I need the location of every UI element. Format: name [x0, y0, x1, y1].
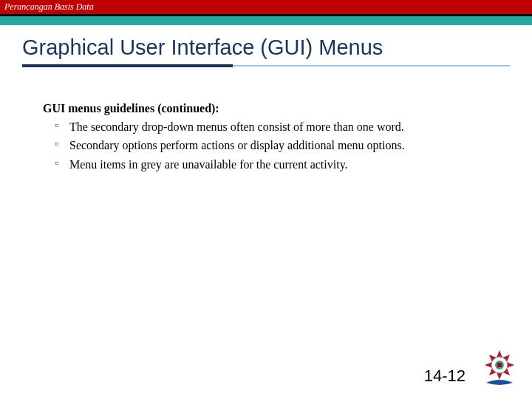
- content-area: GUI menus guidelines (continued): The se…: [0, 69, 532, 173]
- university-logo-icon: [477, 347, 522, 392]
- bullet-list: The secondary drop-down menus often cons…: [43, 118, 502, 173]
- accent-bar: [0, 16, 532, 25]
- list-item: Menu items in grey are unavailable for t…: [59, 156, 502, 173]
- course-label: Perancangan Basis Data: [4, 1, 94, 13]
- title-area: Graphical User Interface (GUI) Menus: [0, 25, 532, 69]
- header-bar: Perancangan Basis Data: [0, 0, 532, 16]
- list-item: Secondary options perform actions or dis…: [59, 137, 502, 154]
- slide-title: Graphical User Interface (GUI) Menus: [22, 35, 532, 60]
- list-item: The secondary drop-down menus often cons…: [59, 118, 502, 135]
- lead-text: GUI menus guidelines (continued):: [43, 100, 502, 117]
- title-underline: [22, 64, 510, 69]
- svg-rect-2: [497, 363, 502, 367]
- page-number: 14-12: [424, 366, 466, 386]
